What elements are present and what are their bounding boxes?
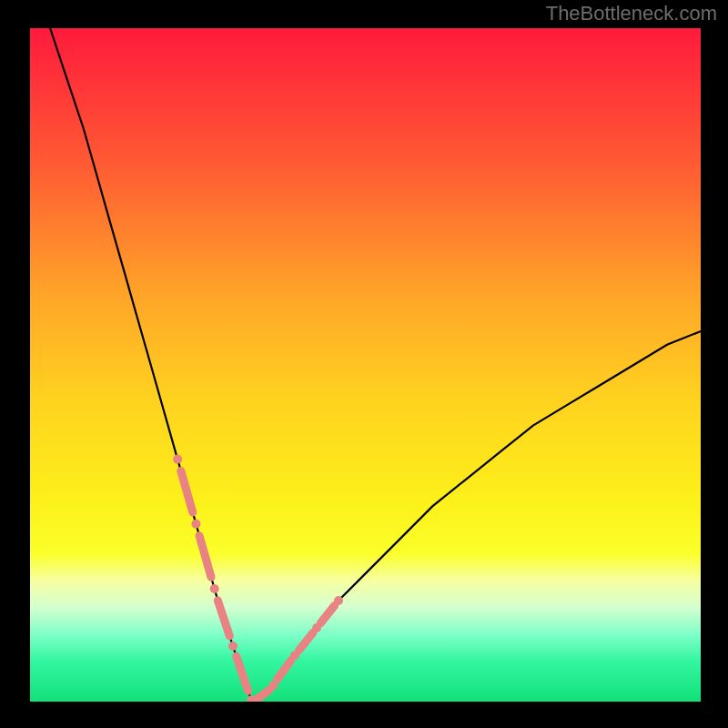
drop-marker-dot (210, 584, 219, 593)
chart-frame: TheBottleneck.com (0, 0, 728, 728)
drop-marker-dot (268, 681, 278, 690)
drop-marker-dot (247, 696, 256, 705)
watermark-text: TheBottleneck.com (546, 2, 717, 25)
plot-background (30, 28, 701, 702)
drop-marker-dot (228, 642, 238, 651)
drop-marker-dot (334, 596, 343, 605)
bottleneck-chart (0, 0, 728, 728)
drop-marker-dot (191, 520, 200, 529)
drop-marker-dot (290, 651, 299, 660)
drop-marker-dot (173, 455, 182, 464)
drop-marker-dot (312, 623, 321, 632)
